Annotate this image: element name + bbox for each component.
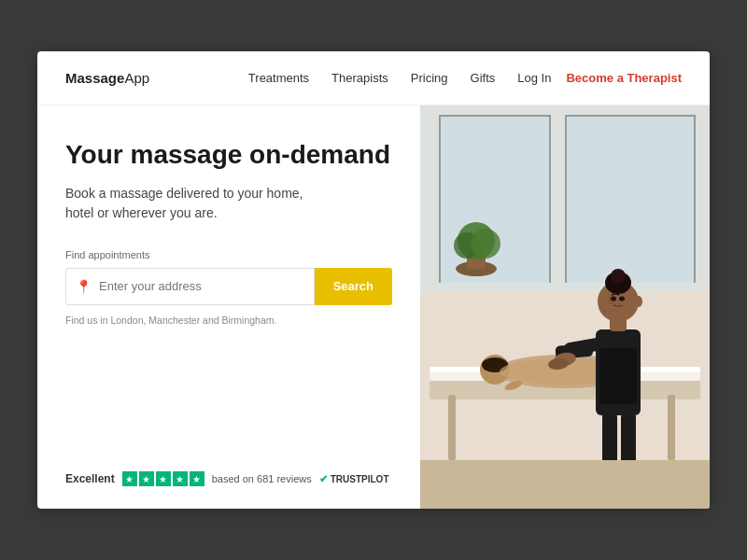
- search-section: Find appointments 📍 Search Find us in Lo…: [65, 249, 392, 326]
- header-actions: Log In Become a Therapist: [517, 71, 682, 85]
- nav-therapists[interactable]: Therapists: [331, 71, 388, 85]
- svg-rect-2: [439, 115, 551, 283]
- location-hint: Find us in London, Manchester and Birmin…: [65, 315, 392, 326]
- nav-pricing[interactable]: Pricing: [411, 71, 448, 85]
- nav-treatments[interactable]: Treatments: [248, 71, 309, 85]
- hero-subtitle: Book a massage delivered to your home, h…: [65, 184, 308, 223]
- svg-rect-44: [668, 395, 675, 460]
- search-row: 📍 Search: [65, 268, 392, 305]
- main-nav: Treatments Therapists Pricing Gifts: [248, 71, 495, 85]
- main-content: Your massage on-demand Book a massage de…: [37, 105, 710, 509]
- star-5: ★: [190, 471, 204, 486]
- hero-content: Your massage on-demand Book a massage de…: [65, 139, 392, 354]
- star-2: ★: [139, 471, 154, 486]
- search-label: Find appointments: [65, 249, 392, 260]
- header: MassageApp Treatments Therapists Pricing…: [37, 51, 710, 105]
- pin-icon: 📍: [76, 279, 92, 294]
- tp-checkmark-icon: ✔: [319, 473, 328, 485]
- svg-rect-42: [420, 460, 710, 509]
- svg-rect-3: [565, 115, 696, 283]
- hero-image: [420, 105, 710, 509]
- svg-rect-7: [694, 115, 696, 283]
- svg-point-40: [619, 297, 625, 301]
- search-button[interactable]: Search: [315, 268, 392, 305]
- svg-rect-5: [549, 115, 551, 283]
- hero-title: Your massage on-demand: [65, 139, 392, 171]
- stars: ★ ★ ★ ★ ★: [122, 471, 204, 486]
- svg-point-39: [611, 297, 616, 301]
- login-link[interactable]: Log In: [517, 71, 551, 85]
- become-therapist-link[interactable]: Become a Therapist: [566, 71, 682, 85]
- svg-rect-6: [565, 115, 567, 283]
- trustpilot-row: Excellent ★ ★ ★ ★ ★ based on 681 reviews…: [65, 471, 392, 486]
- svg-point-14: [471, 229, 500, 259]
- logo[interactable]: MassageApp: [65, 70, 149, 86]
- address-input[interactable]: [99, 279, 304, 293]
- reviews-text: based on 681 reviews: [212, 473, 312, 484]
- excellent-label: Excellent: [65, 472, 115, 485]
- main-card: MassageApp Treatments Therapists Pricing…: [37, 51, 710, 509]
- trustpilot-label: TRUSTPILOT: [331, 474, 389, 484]
- trustpilot-badge: ✔ TRUSTPILOT: [319, 473, 389, 485]
- star-1: ★: [122, 471, 137, 486]
- svg-point-41: [635, 296, 642, 307]
- search-input-wrapper: 📍: [65, 268, 315, 305]
- svg-rect-9: [565, 115, 696, 117]
- star-4: ★: [173, 471, 188, 486]
- svg-point-37: [611, 269, 626, 284]
- star-3: ★: [156, 471, 171, 486]
- left-panel: Your massage on-demand Book a massage de…: [37, 105, 420, 509]
- svg-rect-29: [599, 348, 637, 404]
- nav-gifts[interactable]: Gifts: [471, 71, 496, 85]
- svg-rect-4: [439, 115, 441, 283]
- logo-app: App: [124, 70, 149, 86]
- page-wrapper: MassageApp Treatments Therapists Pricing…: [0, 0, 747, 560]
- right-panel: [420, 105, 710, 509]
- svg-rect-8: [439, 115, 551, 117]
- logo-brand: Massage: [65, 70, 124, 86]
- svg-rect-43: [448, 395, 456, 460]
